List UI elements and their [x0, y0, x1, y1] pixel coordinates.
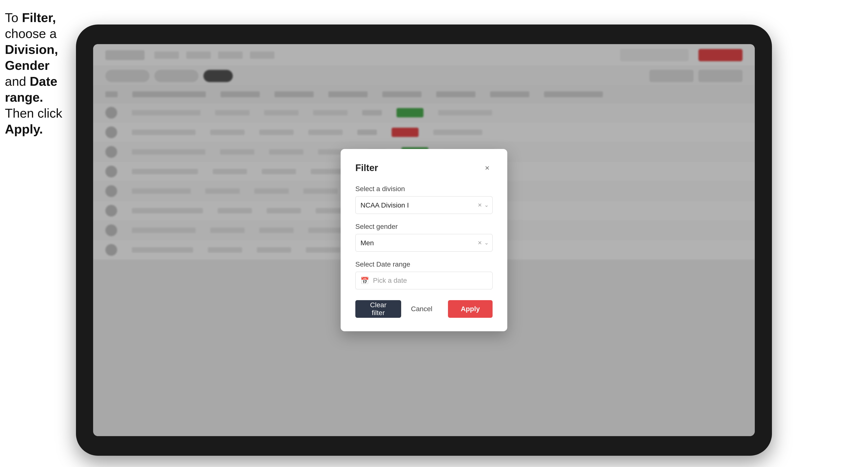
- tablet-screen: Filter × Select a division NCAA Division…: [93, 44, 755, 436]
- filter-modal: Filter × Select a division NCAA Division…: [341, 149, 507, 331]
- instruction-text: To Filter, choose aDivision, Genderand D…: [5, 10, 88, 137]
- division-form-group: Select a division NCAA Division I × ⌄: [355, 185, 493, 214]
- instruction-line1: To Filter, choose aDivision, Genderand D…: [5, 10, 62, 136]
- division-clear-icon[interactable]: ×: [478, 201, 482, 209]
- modal-title: Filter: [355, 163, 378, 173]
- division-select-wrapper[interactable]: NCAA Division I × ⌄: [355, 196, 493, 214]
- modal-overlay: Filter × Select a division NCAA Division…: [93, 44, 755, 436]
- date-placeholder: Pick a date: [373, 277, 407, 284]
- modal-footer: Clear filter Cancel Apply: [355, 300, 493, 318]
- cancel-button[interactable]: Cancel: [401, 300, 442, 318]
- gender-select[interactable]: Men: [355, 234, 493, 252]
- gender-select-wrapper[interactable]: Men × ⌄: [355, 234, 493, 252]
- date-form-group: Select Date range 📅 Pick a date: [355, 260, 493, 289]
- calendar-icon: 📅: [361, 277, 369, 285]
- modal-close-button[interactable]: ×: [482, 162, 493, 173]
- date-label: Select Date range: [355, 260, 493, 268]
- division-label: Select a division: [355, 185, 493, 193]
- date-input[interactable]: 📅 Pick a date: [355, 272, 493, 289]
- modal-header: Filter ×: [355, 162, 493, 173]
- tablet-frame: Filter × Select a division NCAA Division…: [76, 25, 772, 456]
- footer-right-actions: Cancel Apply: [401, 300, 493, 318]
- division-select[interactable]: NCAA Division I: [355, 196, 493, 214]
- clear-filter-button[interactable]: Clear filter: [355, 300, 401, 318]
- apply-button[interactable]: Apply: [448, 300, 493, 318]
- gender-clear-icon[interactable]: ×: [478, 239, 482, 247]
- gender-form-group: Select gender Men × ⌄: [355, 223, 493, 252]
- gender-label: Select gender: [355, 223, 493, 230]
